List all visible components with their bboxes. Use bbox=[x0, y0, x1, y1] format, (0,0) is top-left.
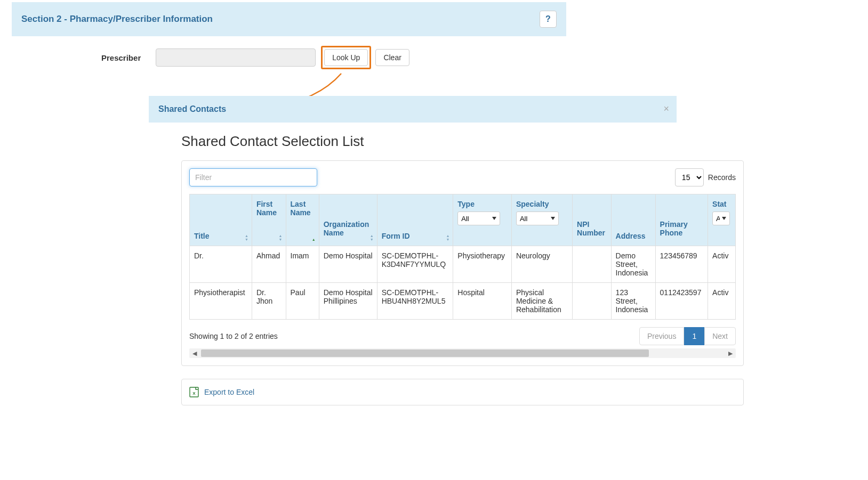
scroll-thumb[interactable] bbox=[201, 349, 649, 357]
section-title: Section 2 - Pharmacy/Prescriber Informat… bbox=[21, 14, 213, 25]
sort-icon: ▲▼ bbox=[245, 234, 248, 241]
horizontal-scrollbar[interactable]: ◀ ▶ bbox=[189, 348, 736, 358]
col-org[interactable]: Organization Name ▲▼ bbox=[319, 194, 377, 246]
lookup-highlight: Look Up bbox=[321, 46, 371, 69]
export-card: X Export to Excel bbox=[181, 379, 744, 405]
table-info: Showing 1 to 2 of 2 entries bbox=[189, 332, 278, 340]
svg-text:X: X bbox=[192, 391, 196, 396]
col-type[interactable]: Type All bbox=[453, 194, 512, 246]
shared-contacts-header: Shared Contacts × bbox=[149, 96, 677, 123]
help-button[interactable]: ? bbox=[540, 11, 557, 28]
sort-icon: ▲▼ bbox=[446, 234, 449, 241]
status-filter[interactable]: All bbox=[712, 211, 730, 225]
next-button[interactable]: Next bbox=[704, 327, 736, 345]
sort-icon: ▲▼ bbox=[370, 234, 374, 241]
col-last-name[interactable]: Last Name ▲ bbox=[286, 194, 319, 246]
col-title[interactable]: Title ▲▼ bbox=[190, 194, 252, 246]
col-status[interactable]: Stat All bbox=[708, 194, 736, 246]
table-footer: Showing 1 to 2 of 2 entries Previous 1 N… bbox=[189, 327, 736, 345]
scroll-right-icon[interactable]: ▶ bbox=[728, 350, 733, 357]
table-row[interactable]: Physiotherapist Dr. Jhon Paul Demo Hospi… bbox=[190, 283, 736, 320]
sort-icon: ▲ bbox=[312, 238, 316, 241]
col-specialty[interactable]: Specialty All bbox=[511, 194, 572, 246]
table-card: 15 Records Title ▲▼ First Name ▲▼ bbox=[181, 160, 744, 366]
prescriber-input[interactable] bbox=[156, 48, 316, 67]
lookup-button[interactable]: Look Up bbox=[324, 49, 368, 66]
prescriber-label: Prescriber bbox=[101, 53, 141, 62]
export-to-excel-link[interactable]: Export to Excel bbox=[204, 388, 254, 396]
scroll-left-icon[interactable]: ◀ bbox=[192, 350, 197, 357]
contacts-table: Title ▲▼ First Name ▲▼ Last Name ▲ Organ… bbox=[189, 194, 736, 320]
shared-contacts-title: Shared Contacts bbox=[158, 104, 226, 113]
specialty-filter[interactable]: All bbox=[516, 211, 559, 225]
sort-icon: ▲▼ bbox=[279, 234, 283, 241]
excel-icon: X bbox=[189, 387, 199, 397]
previous-button[interactable]: Previous bbox=[639, 327, 684, 345]
col-first-name[interactable]: First Name ▲▼ bbox=[252, 194, 286, 246]
pagination: Previous 1 Next bbox=[639, 327, 736, 345]
col-phone[interactable]: Primary Phone bbox=[655, 194, 708, 246]
table-row[interactable]: Dr. Ahmad Imam Demo Hospital SC-DEMOTPHL… bbox=[190, 246, 736, 283]
section-header: Section 2 - Pharmacy/Prescriber Informat… bbox=[12, 2, 566, 36]
records-label: Records bbox=[708, 173, 736, 182]
page-title: Shared Contact Selection List bbox=[181, 133, 749, 150]
col-form-id[interactable]: Form ID ▲▼ bbox=[377, 194, 453, 246]
prescriber-row: Prescriber Look Up Clear bbox=[101, 46, 868, 69]
page-1-button[interactable]: 1 bbox=[684, 327, 704, 345]
col-address[interactable]: Address bbox=[611, 194, 655, 246]
records-select[interactable]: 15 bbox=[675, 168, 704, 186]
table-toolbar: 15 Records bbox=[189, 168, 736, 186]
col-npi[interactable]: NPI Number bbox=[573, 194, 612, 246]
close-icon[interactable]: × bbox=[663, 103, 669, 115]
filter-input[interactable] bbox=[189, 168, 317, 186]
type-filter[interactable]: All bbox=[457, 211, 500, 225]
clear-button[interactable]: Clear bbox=[375, 49, 409, 66]
